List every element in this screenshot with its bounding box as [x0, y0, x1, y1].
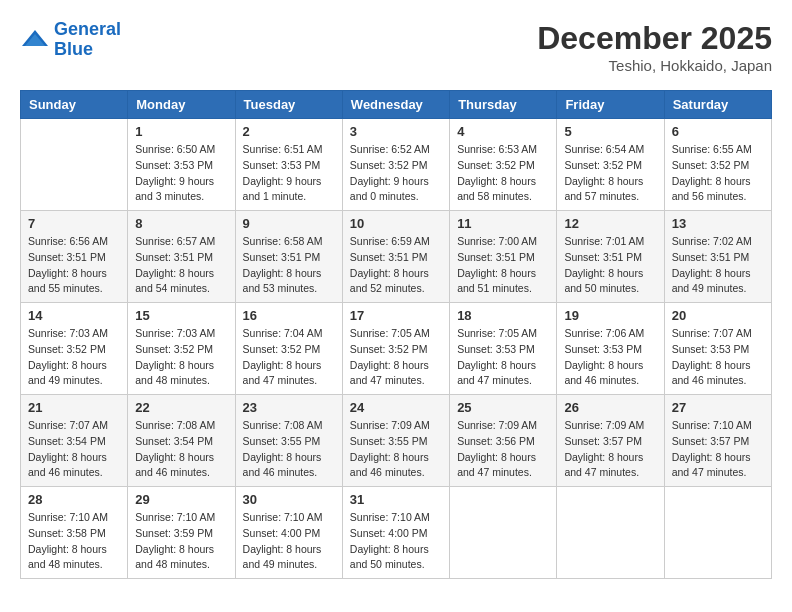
day-info: Sunrise: 7:10 AMSunset: 3:59 PMDaylight:… [135, 510, 227, 573]
day-number: 13 [672, 216, 764, 231]
day-number: 30 [243, 492, 335, 507]
day-number: 24 [350, 400, 442, 415]
day-info: Sunrise: 7:07 AMSunset: 3:53 PMDaylight:… [672, 326, 764, 389]
day-info: Sunrise: 7:03 AMSunset: 3:52 PMDaylight:… [28, 326, 120, 389]
weekday-header-monday: Monday [128, 91, 235, 119]
day-info: Sunrise: 7:10 AMSunset: 4:00 PMDaylight:… [243, 510, 335, 573]
location: Teshio, Hokkaido, Japan [537, 57, 772, 74]
calendar-cell-3-6: 19Sunrise: 7:06 AMSunset: 3:53 PMDayligh… [557, 303, 664, 395]
calendar-cell-4-1: 21Sunrise: 7:07 AMSunset: 3:54 PMDayligh… [21, 395, 128, 487]
calendar-cell-5-7 [664, 487, 771, 579]
day-number: 6 [672, 124, 764, 139]
calendar-cell-4-5: 25Sunrise: 7:09 AMSunset: 3:56 PMDayligh… [450, 395, 557, 487]
calendar-cell-1-4: 3Sunrise: 6:52 AMSunset: 3:52 PMDaylight… [342, 119, 449, 211]
day-number: 12 [564, 216, 656, 231]
day-info: Sunrise: 6:58 AMSunset: 3:51 PMDaylight:… [243, 234, 335, 297]
calendar-cell-5-2: 29Sunrise: 7:10 AMSunset: 3:59 PMDayligh… [128, 487, 235, 579]
calendar-cell-1-6: 5Sunrise: 6:54 AMSunset: 3:52 PMDaylight… [557, 119, 664, 211]
calendar-cell-4-4: 24Sunrise: 7:09 AMSunset: 3:55 PMDayligh… [342, 395, 449, 487]
calendar-cell-4-3: 23Sunrise: 7:08 AMSunset: 3:55 PMDayligh… [235, 395, 342, 487]
day-info: Sunrise: 7:09 AMSunset: 3:56 PMDaylight:… [457, 418, 549, 481]
day-info: Sunrise: 7:06 AMSunset: 3:53 PMDaylight:… [564, 326, 656, 389]
day-info: Sunrise: 6:59 AMSunset: 3:51 PMDaylight:… [350, 234, 442, 297]
day-number: 5 [564, 124, 656, 139]
day-number: 14 [28, 308, 120, 323]
day-info: Sunrise: 7:10 AMSunset: 3:58 PMDaylight:… [28, 510, 120, 573]
day-info: Sunrise: 7:04 AMSunset: 3:52 PMDaylight:… [243, 326, 335, 389]
calendar-cell-2-6: 12Sunrise: 7:01 AMSunset: 3:51 PMDayligh… [557, 211, 664, 303]
weekday-header-saturday: Saturday [664, 91, 771, 119]
day-info: Sunrise: 6:53 AMSunset: 3:52 PMDaylight:… [457, 142, 549, 205]
week-row-4: 21Sunrise: 7:07 AMSunset: 3:54 PMDayligh… [21, 395, 772, 487]
day-info: Sunrise: 7:05 AMSunset: 3:52 PMDaylight:… [350, 326, 442, 389]
day-info: Sunrise: 7:07 AMSunset: 3:54 PMDaylight:… [28, 418, 120, 481]
week-row-3: 14Sunrise: 7:03 AMSunset: 3:52 PMDayligh… [21, 303, 772, 395]
day-number: 26 [564, 400, 656, 415]
calendar-cell-2-5: 11Sunrise: 7:00 AMSunset: 3:51 PMDayligh… [450, 211, 557, 303]
day-number: 2 [243, 124, 335, 139]
day-info: Sunrise: 6:55 AMSunset: 3:52 PMDaylight:… [672, 142, 764, 205]
logo: General Blue [20, 20, 121, 60]
day-info: Sunrise: 7:09 AMSunset: 3:57 PMDaylight:… [564, 418, 656, 481]
calendar-cell-2-7: 13Sunrise: 7:02 AMSunset: 3:51 PMDayligh… [664, 211, 771, 303]
day-number: 27 [672, 400, 764, 415]
month-title: December 2025 [537, 20, 772, 57]
page-header: General Blue December 2025 Teshio, Hokka… [20, 20, 772, 74]
calendar-cell-1-5: 4Sunrise: 6:53 AMSunset: 3:52 PMDaylight… [450, 119, 557, 211]
calendar-cell-2-3: 9Sunrise: 6:58 AMSunset: 3:51 PMDaylight… [235, 211, 342, 303]
calendar-cell-4-2: 22Sunrise: 7:08 AMSunset: 3:54 PMDayligh… [128, 395, 235, 487]
day-info: Sunrise: 7:03 AMSunset: 3:52 PMDaylight:… [135, 326, 227, 389]
calendar-cell-3-1: 14Sunrise: 7:03 AMSunset: 3:52 PMDayligh… [21, 303, 128, 395]
day-number: 9 [243, 216, 335, 231]
day-number: 31 [350, 492, 442, 507]
day-number: 4 [457, 124, 549, 139]
day-number: 7 [28, 216, 120, 231]
logo-text: General Blue [54, 20, 121, 60]
calendar-cell-1-3: 2Sunrise: 6:51 AMSunset: 3:53 PMDaylight… [235, 119, 342, 211]
day-number: 17 [350, 308, 442, 323]
logo-icon [20, 28, 50, 52]
day-number: 10 [350, 216, 442, 231]
day-number: 20 [672, 308, 764, 323]
day-info: Sunrise: 6:54 AMSunset: 3:52 PMDaylight:… [564, 142, 656, 205]
day-info: Sunrise: 7:10 AMSunset: 4:00 PMDaylight:… [350, 510, 442, 573]
calendar-cell-3-4: 17Sunrise: 7:05 AMSunset: 3:52 PMDayligh… [342, 303, 449, 395]
weekday-header-sunday: Sunday [21, 91, 128, 119]
week-row-1: 1Sunrise: 6:50 AMSunset: 3:53 PMDaylight… [21, 119, 772, 211]
calendar-cell-5-3: 30Sunrise: 7:10 AMSunset: 4:00 PMDayligh… [235, 487, 342, 579]
day-info: Sunrise: 6:57 AMSunset: 3:51 PMDaylight:… [135, 234, 227, 297]
week-row-5: 28Sunrise: 7:10 AMSunset: 3:58 PMDayligh… [21, 487, 772, 579]
day-info: Sunrise: 7:10 AMSunset: 3:57 PMDaylight:… [672, 418, 764, 481]
calendar-cell-3-2: 15Sunrise: 7:03 AMSunset: 3:52 PMDayligh… [128, 303, 235, 395]
calendar-cell-1-7: 6Sunrise: 6:55 AMSunset: 3:52 PMDaylight… [664, 119, 771, 211]
calendar-cell-1-2: 1Sunrise: 6:50 AMSunset: 3:53 PMDaylight… [128, 119, 235, 211]
day-number: 23 [243, 400, 335, 415]
day-number: 21 [28, 400, 120, 415]
day-info: Sunrise: 7:00 AMSunset: 3:51 PMDaylight:… [457, 234, 549, 297]
day-number: 19 [564, 308, 656, 323]
day-number: 8 [135, 216, 227, 231]
calendar-cell-5-5 [450, 487, 557, 579]
day-number: 28 [28, 492, 120, 507]
calendar-cell-4-7: 27Sunrise: 7:10 AMSunset: 3:57 PMDayligh… [664, 395, 771, 487]
calendar-cell-2-1: 7Sunrise: 6:56 AMSunset: 3:51 PMDaylight… [21, 211, 128, 303]
calendar-cell-5-6 [557, 487, 664, 579]
day-info: Sunrise: 6:56 AMSunset: 3:51 PMDaylight:… [28, 234, 120, 297]
day-number: 11 [457, 216, 549, 231]
calendar-cell-3-3: 16Sunrise: 7:04 AMSunset: 3:52 PMDayligh… [235, 303, 342, 395]
day-info: Sunrise: 7:05 AMSunset: 3:53 PMDaylight:… [457, 326, 549, 389]
day-info: Sunrise: 7:09 AMSunset: 3:55 PMDaylight:… [350, 418, 442, 481]
week-row-2: 7Sunrise: 6:56 AMSunset: 3:51 PMDaylight… [21, 211, 772, 303]
day-number: 18 [457, 308, 549, 323]
calendar-cell-2-2: 8Sunrise: 6:57 AMSunset: 3:51 PMDaylight… [128, 211, 235, 303]
logo-general: General [54, 19, 121, 39]
day-number: 16 [243, 308, 335, 323]
day-info: Sunrise: 6:52 AMSunset: 3:52 PMDaylight:… [350, 142, 442, 205]
weekday-header-tuesday: Tuesday [235, 91, 342, 119]
calendar-cell-2-4: 10Sunrise: 6:59 AMSunset: 3:51 PMDayligh… [342, 211, 449, 303]
day-info: Sunrise: 7:02 AMSunset: 3:51 PMDaylight:… [672, 234, 764, 297]
day-number: 29 [135, 492, 227, 507]
calendar-table: SundayMondayTuesdayWednesdayThursdayFrid… [20, 90, 772, 579]
calendar-cell-3-5: 18Sunrise: 7:05 AMSunset: 3:53 PMDayligh… [450, 303, 557, 395]
calendar-cell-5-4: 31Sunrise: 7:10 AMSunset: 4:00 PMDayligh… [342, 487, 449, 579]
